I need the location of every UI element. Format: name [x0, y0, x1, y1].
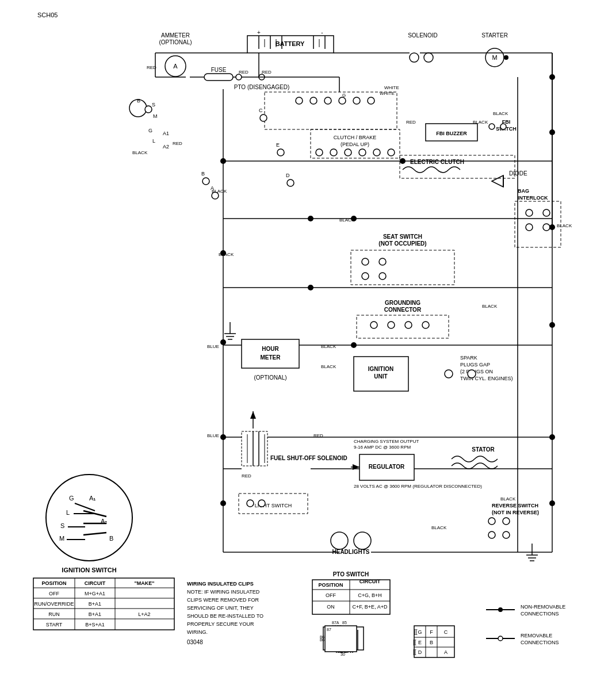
svg-text:85: 85 [342, 621, 347, 625]
svg-text:BLACK: BLACK [431, 525, 447, 530]
svg-point-18 [410, 53, 419, 62]
svg-text:CONNECTIONS: CONNECTIONS [521, 611, 559, 617]
svg-point-248 [488, 531, 495, 538]
svg-text:M: M [153, 113, 158, 119]
svg-text:POSITION: POSITION [41, 580, 66, 586]
svg-text:-: - [321, 29, 323, 36]
svg-text:E: E [276, 142, 280, 148]
svg-text:ELECTRIC CLUTCH: ELECTRIC CLUTCH [410, 159, 464, 165]
svg-text:WIRING INSULATED CLIPS: WIRING INSULATED CLIPS [187, 581, 254, 587]
svg-text:A2: A2 [163, 144, 169, 150]
svg-text:S: S [60, 522, 64, 529]
svg-text:OFF: OFF [49, 591, 59, 596]
svg-text:PTO SWITCH: PTO SWITCH [333, 571, 369, 577]
svg-point-187 [379, 258, 386, 265]
svg-point-284 [220, 500, 226, 506]
svg-text:PTO (DISENGAGED): PTO (DISENGAGED) [234, 84, 290, 90]
svg-text:RED: RED [406, 120, 416, 125]
svg-point-157 [373, 149, 380, 156]
svg-text:L: L [66, 509, 70, 516]
svg-text:M: M [59, 535, 64, 542]
svg-point-249 [503, 531, 510, 538]
svg-point-143 [310, 97, 317, 104]
svg-text:RED: RED [173, 141, 182, 146]
svg-point-31 [236, 74, 242, 80]
svg-text:A: A [444, 649, 448, 655]
svg-text:A: A [173, 63, 178, 70]
svg-text:SOLENOID: SOLENOID [408, 32, 438, 39]
svg-point-165 [500, 124, 506, 129]
svg-text:[[: [[ [414, 629, 418, 635]
svg-point-286 [549, 129, 555, 135]
svg-text:CIRCUIT: CIRCUIT [359, 579, 381, 584]
svg-text:G: G [342, 93, 346, 98]
svg-point-19 [424, 53, 433, 62]
svg-text:SPARK: SPARK [460, 355, 477, 361]
svg-point-281 [220, 250, 226, 256]
svg-text:BLACK: BLACK [482, 304, 498, 309]
svg-point-178 [543, 209, 550, 216]
svg-text:FBI BUZZER: FBI BUZZER [436, 131, 467, 136]
svg-text:[[: [[ [413, 649, 416, 655]
svg-text:NON-REMOVABLE: NON-REMOVABLE [521, 604, 565, 610]
svg-text:REGULATOR: REGULATOR [369, 464, 405, 470]
svg-text:NOTE: IF WIRING INSULATED: NOTE: IF WIRING INSULATED [187, 589, 260, 595]
svg-text:WIRING.: WIRING. [187, 629, 208, 635]
svg-text:M: M [492, 54, 497, 61]
svg-text:9-16 AMP DC @ 3600 RPM: 9-16 AMP DC @ 3600 RPM [354, 445, 411, 450]
svg-text:L: L [152, 138, 155, 144]
svg-text:G: G [148, 128, 152, 133]
svg-text:REVERSE SWITCH: REVERSE SWITCH [492, 503, 538, 508]
svg-point-164 [489, 124, 495, 129]
svg-text:C+G, B+H: C+G, B+H [358, 592, 382, 598]
svg-point-311 [308, 216, 313, 221]
svg-text:87A: 87A [332, 621, 339, 625]
wiring-diagram: SCH05 + - BATTERY AMMETER (OPTIONAL) A S… [0, 0, 589, 700]
svg-text:BLACK: BLACK [557, 223, 572, 228]
svg-text:INTERLOCK: INTERLOCK [518, 195, 548, 201]
svg-text:E: E [418, 640, 422, 645]
svg-text:B: B [430, 640, 433, 645]
diagram-title: SCH05 [37, 12, 58, 18]
svg-text:(OPTIONAL): (OPTIONAL) [254, 374, 286, 381]
svg-point-177 [526, 209, 533, 216]
svg-text:BLUE: BLUE [207, 433, 219, 438]
svg-point-277 [287, 179, 294, 186]
svg-text:SHOULD BE RE-INSTALLED TO: SHOULD BE RE-INSTALLED TO [187, 613, 263, 619]
svg-point-216 [445, 370, 453, 378]
svg-point-269 [202, 178, 209, 185]
svg-text:M+G+A1: M+G+A1 [85, 591, 105, 596]
svg-point-256 [354, 532, 371, 549]
svg-text:AMMETER: AMMETER [161, 32, 190, 39]
svg-text:C: C [259, 108, 263, 113]
svg-point-134 [498, 636, 503, 641]
svg-text:BLACK: BLACK [500, 496, 516, 502]
svg-point-267 [145, 106, 152, 113]
svg-point-194 [370, 322, 377, 328]
svg-text:(NOT OCCUPIED): (NOT OCCUPIED) [378, 240, 426, 247]
svg-text:START: START [46, 622, 63, 628]
svg-text:RED: RED [242, 473, 251, 479]
svg-point-188 [362, 273, 369, 280]
svg-text:SEAT SWITCH: SEAT SWITCH [383, 234, 422, 240]
svg-text:PROPERLY SECURE YOUR: PROPERLY SECURE YOUR [187, 621, 254, 627]
svg-text:+: + [257, 29, 261, 36]
svg-point-145 [339, 97, 346, 104]
svg-text:BLACK: BLACK [473, 120, 488, 125]
svg-text:A₁: A₁ [89, 495, 95, 502]
svg-point-154 [330, 149, 337, 156]
svg-point-247 [503, 518, 510, 525]
svg-point-255 [331, 532, 348, 549]
svg-point-147 [368, 97, 374, 104]
svg-point-189 [379, 273, 386, 280]
svg-text:D: D [418, 649, 422, 655]
svg-point-290 [549, 500, 555, 506]
svg-text:B+A1: B+A1 [89, 611, 101, 617]
svg-text:28 VOLTS AC @ 3600 RPM (REGULA: 28 VOLTS AC @ 3600 RPM (REGULATOR DISCON… [354, 484, 482, 489]
svg-point-179 [526, 224, 533, 231]
svg-text:30: 30 [341, 652, 345, 656]
svg-point-144 [324, 97, 331, 104]
svg-text:IGNITION SWITCH: IGNITION SWITCH [62, 567, 116, 573]
svg-point-285 [549, 74, 555, 80]
svg-point-315 [400, 158, 406, 164]
